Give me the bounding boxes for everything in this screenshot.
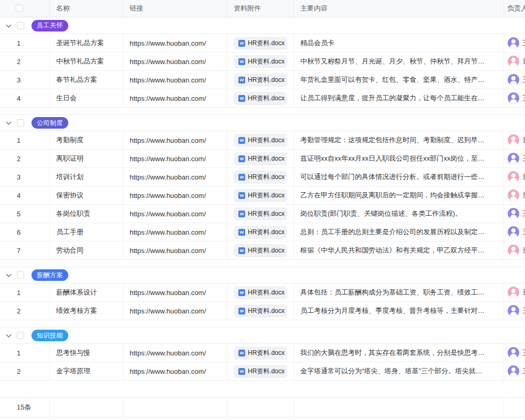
attachment-chip[interactable]: HR资料.docx (234, 286, 287, 299)
column-header-attachment[interactable]: 资料附件 (227, 0, 294, 17)
group-checkbox[interactable] (17, 332, 24, 339)
name-cell[interactable]: 中秋节礼品方案 (50, 52, 123, 70)
link-cell[interactable]: https://www.huoban.com/ (123, 284, 227, 301)
link-text[interactable]: https://www.huoban.com/ (130, 58, 206, 66)
owner-cell[interactable]: 童 (504, 131, 525, 149)
link-cell[interactable]: https://www.huoban.com/ (123, 302, 227, 320)
name-cell[interactable]: 金字塔原理 (50, 362, 123, 380)
link-text[interactable]: https://www.huoban.com/ (130, 94, 206, 102)
name-cell[interactable]: 劳动合同 (50, 242, 123, 259)
name-cell[interactable]: 培训计划 (50, 168, 123, 186)
link-text[interactable]: https://www.huoban.com/ (130, 228, 206, 236)
attachment-chip[interactable]: HR资料.docx (234, 74, 287, 87)
link-cell[interactable]: https://www.huoban.com/ (123, 362, 227, 380)
owner-cell[interactable]: 三 (504, 71, 525, 89)
content-cell[interactable]: 考勤管理规定：这项规定包括作息时间、考勤制度、迟到早… (294, 131, 504, 149)
chevron-down-icon[interactable] (6, 120, 12, 125)
link-cell[interactable]: https://www.huoban.com/ (123, 205, 227, 223)
content-cell[interactable]: 岗位职责(部门职责、关键岗位描述、各类工作流程)。 (294, 205, 504, 223)
content-cell[interactable]: 乙方在甲方任职期间及离职后的一定期间，均会接触或掌握… (294, 186, 504, 204)
attachment-chip[interactable]: HR资料.docx (234, 92, 287, 105)
attachment-chip[interactable]: HR资料.docx (234, 207, 287, 220)
content-cell[interactable]: 金字塔通常可以分为“塔尖、塔身、塔基”三个部分。塔尖就… (294, 362, 504, 380)
name-cell[interactable]: 绩效考核方案 (50, 302, 123, 320)
attachment-chip[interactable]: HR资料.docx (234, 365, 287, 378)
name-cell[interactable]: 各岗位职责 (50, 205, 123, 223)
content-cell[interactable]: 总则：员工手册的总则主要是介绍公司的发展历程以及制定… (294, 223, 504, 241)
attachment-cell[interactable]: HR资料.docx (227, 89, 294, 107)
link-text[interactable]: https://www.huoban.com/ (130, 210, 206, 218)
chevron-down-icon[interactable] (6, 22, 12, 27)
attachment-cell[interactable]: HR资料.docx (227, 284, 294, 301)
owner-cell[interactable]: 童 (504, 168, 525, 186)
attachment-cell[interactable]: HR资料.docx (227, 34, 294, 52)
link-text[interactable]: https://www.huoban.com/ (130, 368, 206, 375)
name-cell[interactable]: 保密协议 (50, 186, 123, 204)
owner-cell[interactable]: 三 (504, 89, 525, 107)
owner-cell[interactable]: 三 (504, 223, 525, 241)
link-cell[interactable]: https://www.huoban.com/ (123, 52, 227, 70)
attachment-chip[interactable]: HR资料.docx (234, 152, 287, 165)
group-checkbox[interactable] (17, 119, 24, 127)
link-text[interactable]: https://www.huoban.com/ (130, 136, 206, 144)
attachment-chip[interactable]: HR资料.docx (234, 37, 287, 50)
link-cell[interactable]: https://www.huoban.com/ (123, 150, 227, 167)
column-header-link[interactable]: 链接 (123, 0, 227, 17)
attachment-cell[interactable]: HR资料.docx (227, 168, 294, 186)
link-cell[interactable]: https://www.huoban.com/ (123, 71, 227, 89)
link-cell[interactable]: https://www.huoban.com/ (123, 223, 227, 241)
attachment-chip[interactable]: HR资料.docx (234, 189, 287, 202)
attachment-chip[interactable]: HR资料.docx (234, 171, 287, 184)
attachment-cell[interactable]: HR资料.docx (227, 52, 294, 70)
column-header-owner[interactable]: 负责人 (504, 0, 525, 17)
name-cell[interactable]: 薪酬体系设计 (50, 284, 123, 301)
owner-cell[interactable]: 童 (504, 284, 525, 301)
link-text[interactable]: https://www.huoban.com/ (130, 76, 206, 84)
name-cell[interactable]: 思考快与慢 (50, 344, 123, 362)
owner-cell[interactable]: 童 (504, 242, 525, 259)
content-cell[interactable]: 让员工得到满意度，提升员工的凝聚力，让每个员工能生在… (294, 89, 504, 107)
content-cell[interactable]: 中秋节又称祭月节、月光诞、月夕、秋节、仲秋节、拜月节… (294, 52, 504, 70)
attachment-chip[interactable]: HR资料.docx (234, 55, 287, 68)
owner-cell[interactable]: 童 (504, 52, 525, 70)
column-header-name[interactable]: 名称 (50, 0, 123, 17)
content-cell[interactable]: 员工考核分为月度考核、季度考核、晋升考核等，主要针对… (294, 302, 504, 320)
link-cell[interactable]: https://www.huoban.com/ (123, 242, 227, 259)
attachment-chip[interactable]: HR资料.docx (234, 134, 287, 147)
attachment-chip[interactable]: HR资料.docx (234, 244, 287, 257)
link-text[interactable]: https://www.huoban.com/ (130, 349, 206, 357)
attachment-chip[interactable]: HR资料.docx (234, 346, 287, 360)
link-cell[interactable]: https://www.huoban.com/ (123, 89, 227, 107)
link-cell[interactable]: https://www.huoban.com/ (123, 186, 227, 204)
name-cell[interactable]: 圣诞节礼品方案 (50, 34, 123, 52)
content-cell[interactable]: 根据《中华人民共和国劳动法》和有关规定，甲乙双方经平… (294, 242, 504, 259)
attachment-cell[interactable]: HR资料.docx (227, 223, 294, 241)
content-cell[interactable]: 精品会员卡 (294, 34, 504, 52)
attachment-cell[interactable]: HR资料.docx (227, 205, 294, 223)
link-text[interactable]: https://www.huoban.com/ (130, 192, 206, 200)
name-cell[interactable]: 生日会 (50, 89, 123, 107)
link-text[interactable]: https://www.huoban.com/ (130, 247, 206, 255)
attachment-cell[interactable]: HR资料.docx (227, 150, 294, 167)
owner-cell[interactable]: 三 (504, 34, 525, 52)
attachment-chip[interactable]: HR资料.docx (234, 304, 287, 318)
group-checkbox[interactable] (17, 22, 24, 29)
attachment-chip[interactable]: HR资料.docx (234, 226, 287, 239)
attachment-cell[interactable]: HR资料.docx (227, 344, 294, 362)
content-cell[interactable]: 具体包括：员工薪酬构成分为基础工资、职务工资、绩效工… (294, 284, 504, 301)
owner-cell[interactable]: 三 (504, 302, 525, 320)
group-checkbox[interactable] (17, 271, 24, 279)
link-text[interactable]: https://www.huoban.com/ (130, 289, 206, 297)
attachment-cell[interactable]: HR资料.docx (227, 302, 294, 320)
owner-cell[interactable]: 童 (504, 186, 525, 204)
link-text[interactable]: https://www.huoban.com/ (130, 155, 206, 163)
link-cell[interactable]: https://www.huoban.com/ (123, 34, 227, 52)
attachment-cell[interactable]: HR资料.docx (227, 362, 294, 380)
column-header-content[interactable]: 主要内容 (294, 0, 504, 17)
link-text[interactable]: https://www.huoban.com/ (130, 173, 206, 181)
name-cell[interactable]: 离职证明 (50, 150, 123, 167)
attachment-cell[interactable]: HR资料.docx (227, 71, 294, 89)
owner-cell[interactable]: 三 (504, 205, 525, 223)
owner-cell[interactable]: 三 (504, 150, 525, 167)
link-text[interactable]: https://www.huoban.com/ (130, 39, 206, 47)
